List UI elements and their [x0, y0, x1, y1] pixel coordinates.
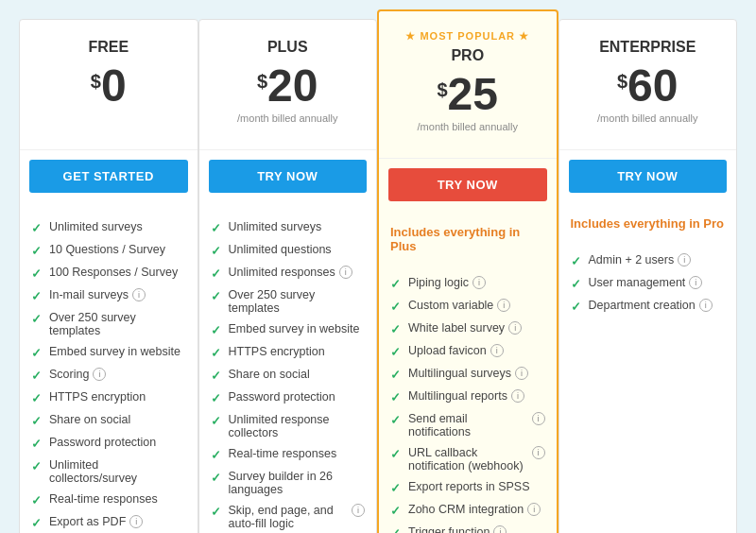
list-item: ✓Unlimited collectors/survey [31, 455, 186, 489]
price-amount: 25 [448, 72, 498, 117]
list-item: ✓Unlimited surveys [211, 216, 366, 239]
list-item: ✓White label surveyi [390, 318, 545, 340]
info-icon[interactable]: i [689, 276, 702, 289]
price-amount: 0 [101, 63, 127, 109]
check-icon: ✓ [31, 266, 42, 281]
list-item: ✓Admin + 2 usersi [571, 249, 726, 272]
feature-text: Multilingual reports [408, 389, 507, 403]
check-icon: ✓ [390, 504, 401, 518]
list-item: ✓Share on social [211, 364, 366, 387]
check-icon: ✓ [211, 471, 221, 485]
plan-card-pro: ★ MOST POPULAR ★PRO $ 25 /month billed a… [377, 9, 558, 533]
check-icon: ✓ [390, 277, 401, 291]
check-icon: ✓ [571, 277, 581, 291]
feature-text: Multilingual surveys [408, 367, 511, 380]
list-item: ✓HTTPS encryption [31, 387, 186, 409]
check-icon: ✓ [31, 493, 42, 507]
plan-card-plus: PLUS $ 20 /month billed annuallyTRY NOW✓… [198, 19, 378, 533]
check-icon: ✓ [31, 414, 42, 428]
check-icon: ✓ [31, 437, 42, 451]
pricing-container: FREE $ 0 GET STARTED✓Unlimited surveys✓1… [19, 19, 737, 533]
check-icon: ✓ [211, 414, 221, 428]
check-icon: ✓ [31, 221, 42, 235]
info-icon[interactable]: i [93, 368, 106, 381]
check-icon: ✓ [390, 322, 401, 336]
check-icon: ✓ [211, 505, 221, 519]
features-list: ✓Piping logici✓Custom variablei✓White la… [379, 258, 557, 533]
info-icon[interactable]: i [508, 321, 522, 335]
feature-text: Department creation [589, 299, 696, 312]
info-icon[interactable]: i [532, 412, 545, 425]
billing-text [34, 112, 183, 124]
plan-name: ENTERPRISE [574, 39, 723, 56]
check-icon: ✓ [211, 323, 221, 337]
feature-text: HTTPS encryption [229, 345, 325, 358]
list-item: ✓Multilingual surveysi [390, 363, 545, 386]
feature-text: Share on social [49, 413, 130, 426]
enterprise-cta-button[interactable]: TRY NOW [569, 160, 728, 193]
price-amount: 20 [267, 63, 318, 109]
info-icon[interactable]: i [511, 389, 524, 403]
check-icon: ✓ [31, 459, 42, 473]
billing-text: /month billed annually [214, 112, 363, 124]
feature-text: User management [589, 276, 686, 289]
list-item: ✓Share on social [31, 409, 186, 432]
feature-text: Upload favicon [408, 344, 487, 357]
plan-price: $ 60 [574, 63, 723, 109]
list-item: ✓Upload faviconi [390, 340, 545, 363]
check-icon: ✓ [211, 391, 221, 405]
list-item: ✓HTTPS encryption [211, 341, 366, 364]
feature-text: Share on social [229, 368, 310, 381]
feature-text: Custom variable [408, 299, 493, 312]
features-list: ✓Unlimited surveys✓Unlimited questions✓U… [199, 202, 377, 533]
info-icon[interactable]: i [132, 288, 146, 301]
list-item: ✓Zoho CRM integrationi [390, 499, 545, 522]
info-icon[interactable]: i [527, 503, 541, 516]
check-icon: ✓ [31, 369, 42, 383]
check-icon: ✓ [211, 346, 221, 360]
list-item: ✓Skip, end page, and auto-fill logici [211, 500, 366, 533]
info-icon[interactable]: i [497, 299, 510, 312]
feature-text: HTTPS encryption [49, 390, 146, 404]
plan-name: PLUS [214, 39, 363, 56]
check-icon: ✓ [211, 369, 221, 383]
feature-text: Unlimited surveys [229, 220, 322, 233]
plan-name: FREE [34, 39, 183, 56]
info-icon[interactable]: i [678, 253, 691, 266]
price-amount: 60 [627, 63, 678, 109]
list-item: ✓Send email notificationsi [390, 408, 545, 442]
check-icon: ✓ [390, 368, 401, 382]
plus-cta-button[interactable]: TRY NOW [209, 160, 368, 193]
check-icon: ✓ [390, 413, 401, 427]
info-icon[interactable]: i [532, 446, 545, 459]
pro-cta-button[interactable]: TRY NOW [388, 168, 547, 201]
features-list: ✓Unlimited surveys✓10 Questions / Survey… [20, 202, 198, 533]
info-icon[interactable]: i [352, 504, 365, 517]
feature-text: Skip, end page, and auto-fill logic [229, 504, 349, 530]
features-list: ✓Admin + 2 usersi✓User managementi✓Depar… [559, 235, 737, 332]
list-item: ✓Unlimited response collectors [211, 409, 366, 443]
info-icon[interactable]: i [490, 344, 504, 357]
feature-text: Zoho CRM integration [408, 503, 524, 516]
info-icon[interactable]: i [515, 367, 528, 380]
feature-text: Unlimited responses [229, 266, 335, 279]
info-icon[interactable]: i [699, 299, 713, 312]
feature-text: Embed survey in website [229, 322, 360, 335]
list-item: ✓In-mail surveysi [31, 284, 186, 307]
feature-text: Survey builder in 26 languages [229, 470, 366, 496]
info-icon[interactable]: i [472, 276, 486, 289]
info-icon[interactable]: i [493, 525, 507, 533]
info-icon[interactable]: i [129, 515, 143, 528]
list-item: ✓Multilingual reportsi [390, 386, 545, 408]
plan-price: $ 0 [34, 63, 183, 109]
check-icon: ✓ [390, 481, 401, 495]
info-icon[interactable]: i [339, 266, 352, 279]
feature-text: Export as PDF [49, 515, 126, 528]
list-item: ✓Trigger functioni [390, 522, 545, 533]
billing-text: /month billed annually [574, 112, 723, 124]
free-cta-button[interactable]: GET STARTED [29, 160, 188, 193]
feature-text: Export reports in SPSS [408, 480, 530, 493]
currency-symbol: $ [91, 71, 101, 93]
list-item: ✓Embed survey in website [31, 341, 186, 364]
check-icon: ✓ [211, 448, 221, 462]
